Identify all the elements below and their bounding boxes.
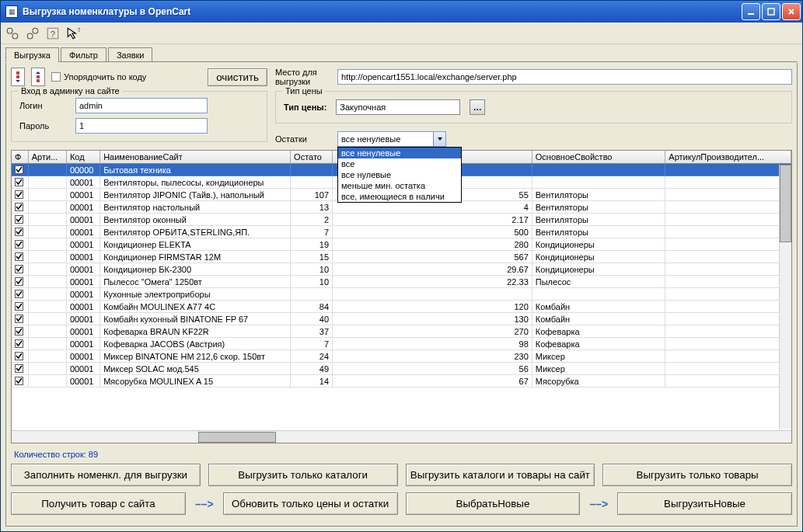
price-type-label: Тип цены: — [284, 103, 326, 112]
stock-option-4[interactable]: все, имеющиеся в наличи — [338, 191, 461, 202]
client-area: Упорядочить по коду очистить Вход в адми… — [5, 63, 798, 527]
export-new-button[interactable]: ВыгрузитьНовые — [617, 492, 792, 515]
stock-option-2[interactable]: все нулевые — [338, 169, 461, 180]
password-label: Пароль — [19, 121, 69, 130]
table-row[interactable]: 00001Миксер BINATONE HM 212,6 скор. 150в… — [12, 350, 791, 363]
table-row[interactable]: 00001Вентилятор настольный134Вентиляторы — [12, 201, 791, 214]
col-prop[interactable]: ОсновноеСвойство — [532, 151, 666, 163]
arrow-icon-2: ––> — [588, 498, 609, 510]
fill-nomenclature-button[interactable]: Заполнить номенкл. для выгрузки — [11, 464, 201, 486]
col-name[interactable]: НаименованиеСайт — [100, 151, 291, 163]
row-checkbox[interactable] — [15, 302, 23, 311]
svg-point-3 — [12, 33, 18, 39]
tab-bar: Выгрузка Фильтр Заявки — [1, 44, 802, 62]
cursor-help-icon[interactable]: ? — [66, 26, 80, 40]
col-manuf[interactable]: АртикулПроизводител... — [665, 151, 791, 163]
svg-rect-11 — [37, 75, 40, 78]
row-checkbox[interactable] — [15, 327, 23, 336]
admin-login-group-title: Вход в админку на сайте — [18, 86, 123, 96]
svg-rect-9 — [16, 71, 19, 75]
table-row[interactable]: 00001Миксер SOLAC мод.5454956Миксер — [12, 363, 791, 375]
row-checkbox[interactable] — [15, 339, 23, 348]
row-checkbox[interactable] — [15, 352, 23, 360]
help-icon[interactable]: ? — [46, 26, 60, 40]
minimize-button[interactable] — [742, 3, 760, 20]
row-checkbox[interactable] — [15, 377, 23, 385]
table-row[interactable]: 00001Кофеварка JACOBS (Австрия)798Кофева… — [12, 338, 791, 350]
price-type-select[interactable]: Закупочная — [336, 99, 460, 115]
export-catalogs-goods-button[interactable]: Выгрузить каталоги и товары на сайт — [406, 464, 595, 486]
close-button[interactable] — [782, 3, 801, 20]
upload-url-label: Место для выгрузки — [275, 68, 330, 86]
sort-by-code-label: Упорядочить по коду — [64, 72, 146, 82]
stock-option-1[interactable]: все — [338, 158, 461, 169]
horizontal-scrollbar-handle[interactable] — [198, 432, 276, 443]
export-catalogs-button[interactable]: Выгрузить только каталоги — [208, 464, 398, 486]
vertical-scrollbar[interactable] — [779, 165, 791, 429]
col-chk[interactable]: Ф — [12, 151, 29, 163]
toolbar-icon-2[interactable] — [26, 26, 40, 40]
stock-option-3[interactable]: меньше мин. остатка — [338, 180, 461, 191]
table-row[interactable]: 00001Пылесос "Омега" 1250вт1022.33Пылесо… — [12, 276, 791, 288]
tab-filter[interactable]: Фильтр — [61, 47, 106, 62]
row-checkbox[interactable] — [15, 165, 23, 174]
svg-text:?: ? — [51, 29, 55, 38]
row-checkbox[interactable] — [15, 265, 23, 273]
row-checkbox[interactable] — [15, 315, 23, 323]
row-checkbox[interactable] — [15, 290, 23, 298]
svg-point-4 — [27, 33, 33, 39]
upload-url-input[interactable] — [337, 69, 792, 85]
move-down-button[interactable] — [11, 68, 25, 86]
stock-option-0[interactable]: все ненулевые — [338, 148, 461, 158]
export-goods-button[interactable]: Выгрузить только товары — [602, 464, 792, 486]
svg-rect-1 — [768, 9, 774, 15]
row-checkbox[interactable] — [15, 190, 23, 199]
horizontal-scrollbar[interactable] — [12, 430, 791, 443]
row-checkbox[interactable] — [15, 228, 23, 236]
table-row[interactable]: 00001Кондиционер FIRMSTAR 12M15567Кондиц… — [12, 251, 791, 263]
toolbar-icon-1[interactable] — [5, 26, 19, 40]
price-type-group-title: Тип цены — [282, 86, 326, 96]
table-row[interactable]: 00001Кондиционер БК-23001029.67Кондицион… — [12, 263, 791, 276]
grid-body: 00000Бытовая техника00001Вентиляторы, пы… — [12, 164, 791, 430]
button-row-2: Получить товар с сайта ––> Обновить толь… — [11, 492, 792, 515]
window-title: Выгрузка номенклатуры в OpenCart — [23, 6, 742, 17]
chevron-down-icon — [433, 132, 445, 146]
clear-button[interactable]: очистить — [208, 68, 267, 86]
row-count-label: Количество строк: 89 — [14, 450, 792, 459]
col-article[interactable]: Арти... — [29, 151, 67, 163]
col-stock[interactable]: Остато — [291, 151, 333, 163]
table-row[interactable]: 00001Кондиционер ELEKTA19280Кондиционеры — [12, 238, 791, 251]
table-row[interactable]: 00001Мясорубка MOULINEX A 151467Мясорубк… — [12, 375, 791, 388]
price-type-browse-button[interactable]: … — [470, 99, 485, 115]
login-input[interactable] — [75, 98, 208, 113]
row-checkbox[interactable] — [15, 215, 23, 224]
table-row[interactable]: 00001Комбайн кухонный BINATONE FP 674013… — [12, 313, 791, 325]
table-row[interactable]: 00001Вентилятор оконный22.17Вентиляторы — [12, 214, 791, 226]
row-checkbox[interactable] — [15, 178, 23, 186]
row-checkbox[interactable] — [15, 252, 23, 261]
row-checkbox[interactable] — [15, 364, 23, 373]
fetch-goods-button[interactable]: Получить товар с сайта — [11, 492, 186, 515]
table-row[interactable]: 00001Комбайн MOULINEX A77 4C84120Комбайн — [12, 301, 791, 313]
select-new-button[interactable]: ВыбратьНовые — [406, 492, 581, 515]
table-row[interactable]: 00001Кухонные электроприборы — [12, 288, 791, 301]
stock-dropdown-list: все ненулевые все все нулевые меньше мин… — [337, 147, 462, 203]
row-checkbox[interactable] — [15, 203, 23, 211]
stock-combo-value: все ненулевые — [338, 134, 433, 144]
password-input[interactable] — [75, 118, 208, 134]
row-checkbox[interactable] — [15, 277, 23, 286]
vertical-scrollbar-handle[interactable] — [780, 165, 791, 242]
sort-by-code-checkbox[interactable]: Упорядочить по коду — [51, 72, 146, 82]
maximize-button[interactable] — [762, 3, 780, 20]
update-prices-button[interactable]: Обновить только цены и остатки — [223, 492, 398, 515]
stock-combo[interactable]: все ненулевые все ненулевые все все нуле… — [337, 131, 446, 147]
move-up-button[interactable] — [31, 68, 45, 86]
tab-zayavki[interactable]: Заявки — [108, 47, 153, 62]
col-code[interactable]: Код — [67, 151, 100, 163]
arrow-icon: ––> — [194, 498, 215, 510]
row-checkbox[interactable] — [15, 240, 23, 249]
tab-vygruzka[interactable]: Выгрузка — [5, 47, 59, 62]
table-row[interactable]: 00001Кофеварка BRAUN KF22R37270Кофеварка — [12, 325, 791, 338]
table-row[interactable]: 00001Вентилятор ОРБИТА,STERLING,ЯП.7500В… — [12, 226, 791, 238]
